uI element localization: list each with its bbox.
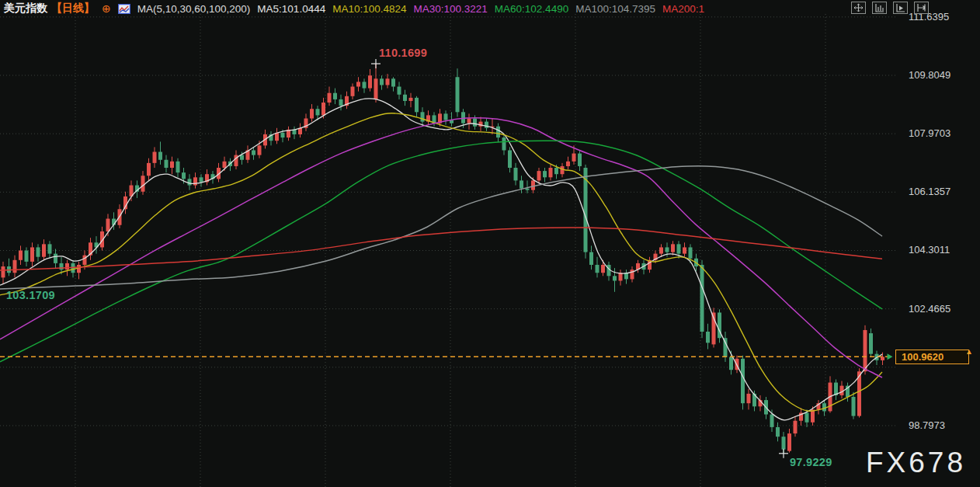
- candle-body[interactable]: [339, 99, 343, 106]
- add-compare-icon[interactable]: ⊕: [102, 3, 111, 14]
- axis-scale-button[interactable]: [872, 2, 887, 14]
- candle-body[interactable]: [240, 155, 244, 160]
- candle-body[interactable]: [589, 252, 593, 265]
- candle-body[interactable]: [840, 386, 844, 395]
- candle-body[interactable]: [83, 256, 87, 265]
- candle-body[interactable]: [747, 394, 751, 403]
- candle-body[interactable]: [566, 162, 570, 166]
- candle-body[interactable]: [310, 109, 314, 118]
- candle-body[interactable]: [706, 332, 710, 343]
- candle-body[interactable]: [13, 260, 17, 273]
- candle-body[interactable]: [549, 168, 553, 177]
- candle-body[interactable]: [864, 330, 867, 371]
- candle-body[interactable]: [65, 263, 69, 270]
- candle-body[interactable]: [374, 78, 378, 99]
- candle-body[interactable]: [572, 154, 576, 162]
- candle-body[interactable]: [782, 437, 786, 449]
- candle-body[interactable]: [770, 415, 774, 427]
- candle-body[interactable]: [106, 219, 110, 231]
- candle-body[interactable]: [356, 82, 360, 86]
- scroll-to-latest-arrow-icon[interactable]: ▲: [965, 347, 973, 356]
- candle-body[interactable]: [456, 77, 460, 112]
- candle-body[interactable]: [787, 433, 791, 451]
- candle-body[interactable]: [398, 87, 401, 95]
- candle-body[interactable]: [391, 78, 395, 86]
- candle-body[interactable]: [689, 247, 693, 258]
- candle-body[interactable]: [333, 93, 337, 99]
- candle-body[interactable]: [619, 273, 623, 280]
- candle-body[interactable]: [520, 180, 523, 188]
- candle-body[interactable]: [677, 244, 681, 253]
- candle-body[interactable]: [19, 251, 23, 260]
- candle-body[interactable]: [444, 113, 448, 120]
- candle-body[interactable]: [596, 265, 599, 273]
- candle-body[interactable]: [659, 247, 663, 253]
- candle-body[interactable]: [158, 152, 162, 160]
- candle-body[interactable]: [554, 168, 558, 174]
- candle-body[interactable]: [200, 177, 203, 182]
- candle-body[interactable]: [176, 162, 180, 172]
- candle-body[interactable]: [467, 119, 471, 123]
- candle-body[interactable]: [170, 162, 174, 168]
- candle-body[interactable]: [328, 93, 332, 103]
- candle-body[interactable]: [316, 109, 320, 115]
- candle-body[interactable]: [153, 152, 157, 163]
- candle-body[interactable]: [485, 122, 488, 128]
- candle-body[interactable]: [794, 421, 798, 433]
- candle-body[interactable]: [2, 266, 5, 277]
- candle-body[interactable]: [380, 78, 384, 85]
- candle-body[interactable]: [869, 333, 873, 354]
- candle-body[interactable]: [421, 112, 425, 121]
- candle-body[interactable]: [700, 265, 704, 332]
- candle-body[interactable]: [502, 137, 506, 150]
- candle-body[interactable]: [223, 162, 227, 168]
- candle-body[interactable]: [881, 357, 884, 360]
- candle-body[interactable]: [805, 412, 809, 422]
- candle-body[interactable]: [30, 247, 34, 261]
- candle-body[interactable]: [193, 177, 197, 185]
- candle-body[interactable]: [741, 359, 745, 403]
- candle-body[interactable]: [25, 251, 29, 262]
- candle-body[interactable]: [42, 244, 46, 256]
- candle-body[interactable]: [36, 247, 40, 256]
- pan-crosshair-button[interactable]: [851, 2, 866, 14]
- candle-body[interactable]: [683, 247, 686, 253]
- candle-body[interactable]: [671, 244, 675, 252]
- candle-body[interactable]: [403, 95, 407, 101]
- candle-body[interactable]: [48, 244, 52, 253]
- candle-body[interactable]: [543, 171, 547, 177]
- candle-body[interactable]: [776, 427, 780, 437]
- ma-settings-label[interactable]: MA(5,10,30,60,100,200): [137, 3, 251, 15]
- candle-body[interactable]: [188, 179, 192, 185]
- candle-body[interactable]: [561, 166, 565, 174]
- candle-body[interactable]: [321, 103, 325, 115]
- candle-body[interactable]: [77, 265, 81, 273]
- candle-body[interactable]: [613, 276, 617, 280]
- candle-body[interactable]: [531, 180, 535, 190]
- candle-body[interactable]: [182, 172, 186, 179]
- candle-body[interactable]: [852, 397, 856, 416]
- candle-body[interactable]: [665, 247, 669, 252]
- candle-body[interactable]: [508, 150, 512, 168]
- candle-body[interactable]: [537, 171, 541, 180]
- candlestick-chart[interactable]: [0, 0, 980, 487]
- candle-body[interactable]: [54, 254, 57, 263]
- candle-body[interactable]: [141, 176, 145, 191]
- candle-body[interactable]: [165, 160, 169, 168]
- candle-body[interactable]: [363, 82, 367, 88]
- candle-body[interactable]: [351, 87, 355, 96]
- jump-latest-button[interactable]: [914, 2, 929, 14]
- candle-body[interactable]: [578, 154, 582, 166]
- candle-body[interactable]: [386, 78, 390, 85]
- candle-body[interactable]: [147, 163, 151, 176]
- candle-body[interactable]: [409, 98, 413, 101]
- timeframe-label[interactable]: 【日线】: [51, 2, 95, 16]
- candle-body[interactable]: [631, 270, 634, 279]
- line-chart-icon[interactable]: [118, 4, 130, 14]
- candle-body[interactable]: [526, 189, 530, 190]
- candle-body[interactable]: [496, 127, 500, 137]
- candle-body[interactable]: [473, 119, 477, 127]
- candle-body[interactable]: [729, 357, 733, 370]
- candle-body[interactable]: [601, 265, 605, 273]
- candle-body[interactable]: [415, 98, 419, 112]
